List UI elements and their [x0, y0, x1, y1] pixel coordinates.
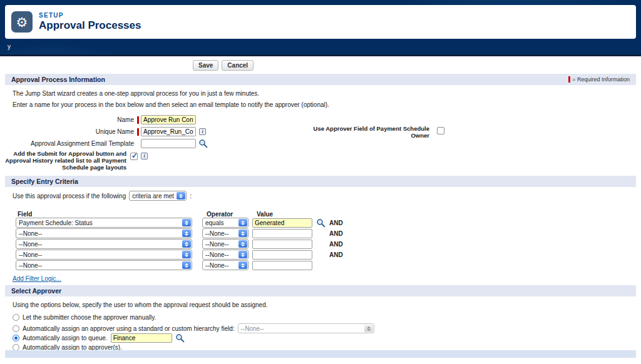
- criteria-field-select[interactable]: --None--: [16, 260, 192, 270]
- required-info-legend: = Required Information: [568, 76, 630, 83]
- column-header-operator: Operator: [207, 211, 233, 218]
- criteria-operator-select[interactable]: --None--: [202, 250, 249, 260]
- radio-queue[interactable]: [13, 335, 19, 341]
- approver-option-hierarchy: Automatically assign an approver using a…: [13, 323, 374, 333]
- criteria-field-select[interactable]: --None--: [16, 239, 192, 249]
- radio-manual-label: Let the submitter choose the approver ma…: [23, 314, 156, 321]
- criteria-operator-value: --None--: [203, 251, 238, 258]
- truncated-text-fragment: y: [8, 43, 11, 50]
- criteria-field-value: --None--: [16, 251, 182, 258]
- criteria-mode-value: criteria are met: [130, 193, 176, 200]
- criteria-field-value: --None--: [16, 241, 182, 248]
- dropdown-stepper-icon: [182, 240, 191, 248]
- criteria-value-input[interactable]: [252, 218, 312, 228]
- panel-footer-bar: [5, 350, 636, 358]
- dropdown-stepper-icon: [182, 219, 191, 226]
- toolbar: Save Cancel: [193, 60, 254, 71]
- email-template-lookup-icon[interactable]: [198, 139, 208, 148]
- use-approver-field-checkbox[interactable]: [437, 127, 444, 134]
- criteria-and-label: AND: [329, 230, 343, 237]
- criteria-field-select[interactable]: --None--: [16, 250, 192, 260]
- setup-header-text: SETUP Approval Processes: [39, 12, 141, 32]
- dropdown-stepper-icon: [238, 251, 247, 258]
- dropdown-stepper-icon: [238, 240, 247, 248]
- email-template-label: Approval Assignment Email Template: [5, 140, 134, 147]
- name-label: Name: [5, 116, 134, 123]
- dropdown-stepper-icon: [238, 219, 247, 226]
- criteria-value-lookup-icon[interactable]: [316, 218, 326, 228]
- column-header-value: Value: [257, 211, 273, 218]
- add-submit-button-label: Add the Submit for Approval button and A…: [5, 150, 126, 171]
- section-select-approver: Select Approver: [5, 285, 636, 296]
- setup-header-backdrop: ⚙ SETUP Approval Processes y: [0, 0, 641, 56]
- queue-lookup-icon[interactable]: [175, 333, 185, 343]
- criteria-value-input[interactable]: [252, 250, 312, 260]
- cancel-button[interactable]: Cancel: [222, 60, 254, 71]
- section-approval-process-information: Approval Process Information = Required …: [5, 74, 636, 85]
- criteria-operator-value: equals: [203, 220, 238, 226]
- dropdown-stepper-icon: [182, 261, 191, 269]
- approver-option-queue: Automatically assign to queue.: [13, 333, 185, 343]
- add-submit-button-checkbox[interactable]: [130, 153, 138, 160]
- add-submit-button-info-icon[interactable]: i: [141, 153, 148, 159]
- save-button[interactable]: Save: [193, 60, 218, 71]
- criteria-value-input[interactable]: [252, 261, 312, 270]
- criteria-operator-value: --None--: [203, 262, 238, 269]
- criteria-lead-row: Use this approval process if the followi…: [13, 191, 192, 201]
- approver-lead-text: Using the options below, specify the use…: [13, 301, 267, 308]
- criteria-operator-select[interactable]: equals: [202, 218, 249, 228]
- radio-hierarchy-field[interactable]: [13, 325, 19, 332]
- criteria-operator-value: --None--: [203, 241, 238, 248]
- required-legend-label: = Required Information: [572, 76, 630, 83]
- dropdown-stepper-icon: [238, 261, 247, 269]
- dropdown-stepper-icon: [364, 325, 373, 332]
- unique-name-input[interactable]: [141, 127, 196, 136]
- criteria-field-select[interactable]: Payment Schedule: Status: [16, 218, 192, 228]
- dropdown-stepper-icon: [182, 251, 191, 258]
- criteria-field-value: --None--: [16, 230, 182, 237]
- criteria-and-label: AND: [329, 241, 343, 248]
- email-template-input[interactable]: [141, 139, 196, 148]
- required-marker-icon: [568, 76, 570, 83]
- radio-queue-label: Automatically assign to queue.: [23, 335, 108, 341]
- unique-name-required-marker-icon: [137, 128, 139, 136]
- wizard-intro-line1: The Jump Start wizard creates a one-step…: [13, 90, 259, 97]
- approver-option-manual: Let the submitter choose the approver ma…: [13, 314, 156, 321]
- column-header-field: Field: [18, 211, 32, 218]
- dropdown-stepper-icon: [182, 230, 191, 237]
- name-input[interactable]: [141, 115, 196, 124]
- wizard-intro-line2: Enter a name for your process in the box…: [13, 101, 329, 108]
- page-title: Approval Processes: [39, 19, 141, 32]
- setup-header-card: ⚙ SETUP Approval Processes: [5, 5, 636, 39]
- criteria-lead-suffix: :: [190, 193, 192, 200]
- hierarchy-field-value: --None--: [238, 325, 364, 332]
- section-title: Specify Entry Criteria: [11, 178, 78, 185]
- criteria-operator-select[interactable]: --None--: [202, 260, 249, 270]
- criteria-and-label: AND: [329, 251, 343, 258]
- criteria-lead-text: Use this approval process if the followi…: [13, 193, 126, 200]
- criteria-operator-value: --None--: [203, 230, 238, 237]
- criteria-field-select[interactable]: --None--: [16, 228, 192, 238]
- setup-eyebrow: SETUP: [39, 12, 141, 19]
- section-title: Select Approver: [11, 287, 61, 295]
- jump-start-wizard-panel: Save Cancel Approval Process Information…: [5, 56, 636, 364]
- section-title: Approval Process Information: [11, 76, 105, 83]
- radio-manual[interactable]: [13, 314, 19, 321]
- unique-name-label: Unique Name: [5, 128, 134, 135]
- queue-input[interactable]: [111, 333, 172, 343]
- criteria-and-label: AND: [329, 220, 343, 226]
- criteria-value-input[interactable]: [252, 229, 312, 238]
- criteria-operator-select[interactable]: --None--: [202, 228, 249, 238]
- radio-hierarchy-label: Automatically assign an approver using a…: [23, 325, 235, 332]
- hierarchy-field-select[interactable]: --None--: [238, 323, 374, 333]
- name-required-marker-icon: [137, 116, 139, 124]
- criteria-operator-select[interactable]: --None--: [202, 239, 249, 249]
- dropdown-stepper-icon: [238, 230, 247, 237]
- add-filter-logic-link[interactable]: Add Filter Logic...: [13, 275, 61, 282]
- unique-name-info-icon[interactable]: i: [199, 128, 206, 135]
- criteria-mode-select[interactable]: criteria are met: [129, 191, 187, 201]
- criteria-field-value: --None--: [16, 262, 182, 269]
- criteria-value-input[interactable]: [252, 240, 312, 249]
- section-specify-entry-criteria: Specify Entry Criteria: [5, 176, 636, 187]
- use-approver-field-label: Use Approver Field of Payment Schedule O…: [299, 125, 429, 139]
